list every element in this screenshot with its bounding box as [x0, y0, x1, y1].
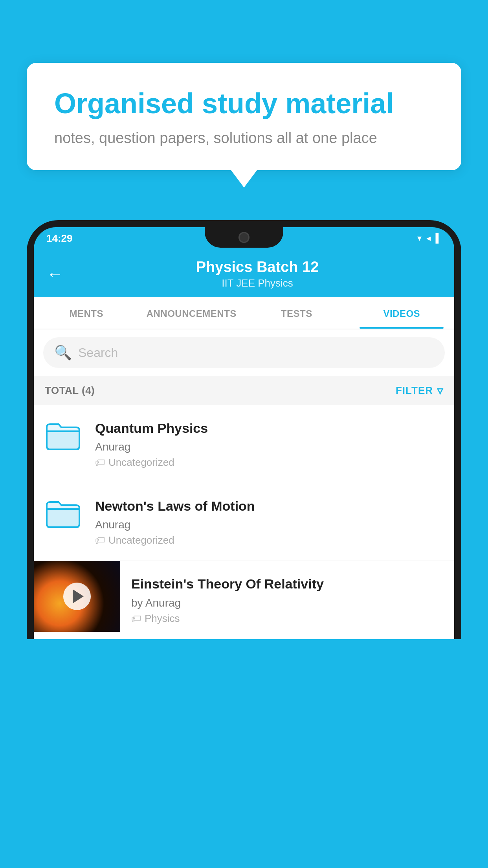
tag-icon: 🏷 [95, 456, 105, 469]
header-subtitle: IIT JEE Physics [73, 277, 442, 289]
video-title: Quantum Physics [95, 419, 443, 437]
wifi-icon: ▾ [417, 233, 422, 243]
filter-icon: ▿ [437, 384, 443, 397]
phone-notch [205, 227, 283, 248]
video-category: Uncategorized [108, 534, 174, 546]
search-icon: 🔍 [54, 344, 72, 361]
video-list: Quantum Physics Anurag 🏷 Uncategorized [34, 405, 454, 639]
signal-icon: ◂ [426, 233, 431, 243]
battery-icon: ▌ [435, 233, 442, 243]
tab-videos[interactable]: VIDEOS [349, 297, 455, 329]
video-info: Quantum Physics Anurag 🏷 Uncategorized [95, 419, 443, 469]
filter-row: TOTAL (4) FILTER ▿ [34, 376, 454, 405]
status-icons: ▾ ◂ ▌ [417, 233, 442, 243]
play-icon [73, 589, 84, 603]
video-info: Newton's Laws of Motion Anurag 🏷 Uncateg… [95, 497, 443, 546]
video-author: Anurag [95, 519, 443, 531]
video-tag: 🏷 Physics [131, 612, 443, 625]
video-title: Einstein's Theory Of Relativity [131, 575, 443, 592]
tag-icon: 🏷 [95, 534, 105, 546]
video-category: Uncategorized [108, 456, 174, 469]
total-count: TOTAL (4) [45, 384, 95, 397]
folder-icon-container [45, 497, 84, 530]
tab-tests[interactable]: TESTS [244, 297, 349, 329]
bubble-title: Organised study material [54, 86, 434, 120]
tabs-bar: MENTS ANNOUNCEMENTS TESTS VIDEOS [34, 297, 454, 329]
video-author: by Anurag [131, 597, 443, 609]
speech-bubble: Organised study material notes, question… [27, 63, 461, 170]
header-title-block: Physics Batch 12 IIT JEE Physics [73, 259, 442, 289]
folder-icon [45, 419, 80, 451]
phone-body: 14:29 ▾ ◂ ▌ ← Physics Batch 12 IIT JEE P… [27, 220, 461, 639]
header-title: Physics Batch 12 [73, 259, 442, 276]
phone-camera [238, 232, 250, 243]
video-tag: 🏷 Uncategorized [95, 456, 443, 469]
phone-container: 14:29 ▾ ◂ ▌ ← Physics Batch 12 IIT JEE P… [27, 220, 461, 868]
list-item[interactable]: Newton's Laws of Motion Anurag 🏷 Uncateg… [34, 483, 454, 561]
play-button[interactable] [63, 583, 91, 610]
tag-icon: 🏷 [131, 612, 141, 625]
search-bar-container: 🔍 Search [34, 329, 454, 376]
video-info: Einstein's Theory Of Relativity by Anura… [120, 561, 454, 638]
video-author: Anurag [95, 441, 443, 453]
video-category: Physics [145, 612, 180, 625]
video-tag: 🏷 Uncategorized [95, 534, 443, 546]
bubble-subtitle: notes, question papers, solutions all at… [54, 130, 434, 147]
filter-label: FILTER [396, 384, 433, 397]
search-placeholder: Search [78, 346, 118, 360]
status-time: 14:29 [46, 232, 73, 245]
video-thumbnail [34, 561, 120, 632]
search-bar[interactable]: 🔍 Search [43, 337, 445, 368]
filter-button[interactable]: FILTER ▿ [396, 384, 443, 397]
video-title: Newton's Laws of Motion [95, 497, 443, 515]
tab-announcements[interactable]: ANNOUNCEMENTS [139, 297, 244, 329]
tab-ments[interactable]: MENTS [34, 297, 139, 329]
folder-icon-container [45, 419, 84, 452]
back-button[interactable]: ← [46, 264, 64, 284]
list-item[interactable]: Quantum Physics Anurag 🏷 Uncategorized [34, 405, 454, 483]
list-item[interactable]: Einstein's Theory Of Relativity by Anura… [34, 561, 454, 639]
folder-icon [45, 497, 80, 529]
app-header: ← Physics Batch 12 IIT JEE Physics [34, 249, 454, 297]
